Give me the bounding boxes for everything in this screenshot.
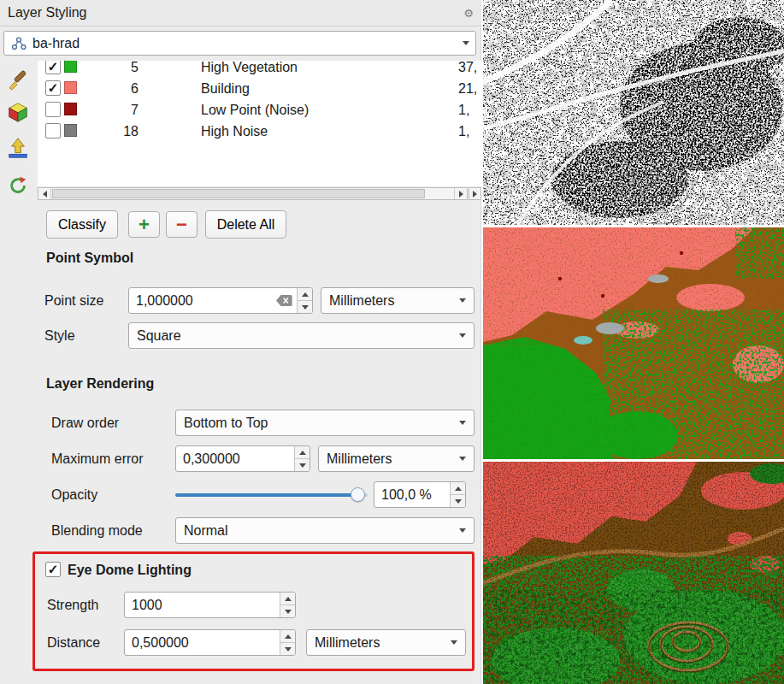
history-arrows-icon (7, 174, 29, 197)
point-size-unit-value: Millimeters (329, 293, 394, 309)
slider-handle[interactable] (351, 487, 365, 502)
layer-selector-value: ba-hrad (32, 36, 80, 51)
preview-pointcloud-classified (483, 227, 784, 459)
spin-up-button[interactable] (295, 446, 309, 458)
tab-symbology[interactable] (3, 65, 32, 94)
layer-rendering-header: Layer Rendering (46, 376, 154, 392)
spin-up-button[interactable] (280, 593, 295, 604)
tab-3d-view[interactable] (3, 97, 32, 127)
panel-options-gear-icon[interactable]: ⚙ (463, 7, 474, 20)
edl-distance-unit-dropdown[interactable]: Millimeters (306, 629, 466, 656)
preview-pointcloud-sketch (483, 0, 784, 225)
spinner (450, 482, 465, 507)
draw-order-dropdown[interactable]: Bottom to Top (175, 410, 475, 436)
edl-distance-input[interactable]: 0,500000 (124, 629, 296, 656)
class-count: 37, (458, 61, 481, 78)
maximum-error-label: Maximum error (51, 445, 144, 472)
edl-strength-value: 1000 (125, 598, 280, 613)
point-size-label: Point size (44, 287, 103, 314)
elevation-arrow-icon (7, 137, 29, 159)
class-label: Low Point (Noise) (201, 99, 309, 121)
scroll-left-icon[interactable] (38, 188, 51, 199)
opacity-value: 100,0 % (374, 487, 450, 503)
render-previews (483, 0, 784, 684)
point-size-unit-dropdown[interactable]: Millimeters (321, 287, 475, 314)
spin-up-button[interactable] (451, 482, 465, 494)
scroll-right-icon[interactable] (454, 188, 467, 199)
spin-down-button[interactable] (451, 494, 465, 507)
tab-elevation[interactable] (3, 133, 32, 162)
spin-down-button[interactable] (298, 300, 312, 313)
maximum-error-unit-dropdown[interactable]: Millimeters (318, 445, 475, 472)
class-color-swatch[interactable] (64, 103, 77, 115)
classification-table[interactable]: ✓ 5 High Vegetation 37, ✓ 6 Building 21, (38, 61, 481, 186)
edl-strength-label: Strength (47, 592, 98, 618)
class-count: 1, (458, 121, 481, 142)
maximum-error-unit-value: Millimeters (327, 451, 392, 467)
spin-down-button[interactable] (295, 458, 309, 471)
maximum-error-input[interactable]: 0,300000 (175, 445, 310, 472)
class-checkbox[interactable] (45, 102, 61, 117)
panel-title: Layer Styling (8, 5, 87, 21)
spin-up-button[interactable] (280, 630, 295, 642)
preview-pointcloud-edl (483, 462, 784, 684)
edl-distance-unit-value: Millimeters (315, 635, 380, 651)
clear-field-icon[interactable] (276, 295, 292, 306)
table-horizontal-scrollbar[interactable] (38, 187, 468, 200)
table-row[interactable]: ✓ 6 Building 21, (38, 78, 481, 99)
point-size-value: 1,000000 (129, 293, 276, 309)
class-count: 21, (458, 78, 481, 99)
blending-mode-dropdown[interactable]: Normal (175, 517, 475, 544)
paintbrush-icon (7, 68, 29, 91)
table-row[interactable]: 7 Low Point (Noise) 1, (38, 99, 481, 121)
class-checkbox[interactable]: ✓ (45, 80, 61, 96)
add-class-button[interactable]: + (128, 211, 160, 238)
point-symbol-header: Point Symbol (46, 251, 133, 266)
class-color-swatch[interactable] (64, 61, 77, 73)
opacity-slider[interactable] (175, 481, 368, 508)
remove-class-button[interactable]: − (166, 211, 197, 238)
edl-strength-input[interactable]: 1000 (124, 592, 296, 618)
panel-titlebar: Layer Styling ⚙ (0, 0, 481, 27)
draw-order-label: Draw order (51, 410, 119, 436)
class-color-swatch[interactable] (64, 124, 77, 137)
class-id: 5 (113, 61, 139, 78)
class-count: 1, (458, 99, 481, 121)
draw-order-value: Bottom to Top (184, 416, 268, 431)
blending-mode-label: Blending mode (51, 517, 143, 544)
style-value: Square (137, 328, 181, 344)
style-dropdown[interactable]: Square (128, 322, 475, 349)
chevron-down-icon (451, 640, 457, 645)
chevron-down-icon (459, 333, 466, 338)
spinner (280, 630, 295, 655)
edl-distance-label: Distance (47, 629, 100, 656)
edl-checkbox[interactable]: ✓ (45, 562, 61, 577)
table-row[interactable]: ✓ 5 High Vegetation 37, (38, 61, 481, 78)
point-cloud-layer-icon (10, 36, 27, 51)
delete-all-button[interactable]: Delete All (205, 210, 286, 239)
chevron-down-icon (459, 457, 466, 461)
style-label: Style (44, 322, 75, 349)
class-checkbox[interactable]: ✓ (45, 61, 61, 74)
scrollbar-corner[interactable] (469, 187, 481, 200)
class-id: 6 (113, 78, 139, 99)
slider-fill (175, 493, 358, 497)
spin-down-button[interactable] (280, 604, 295, 617)
chevron-down-icon (459, 528, 466, 533)
class-color-swatch[interactable] (64, 81, 77, 94)
edl-distance-value: 0,500000 (125, 635, 280, 651)
class-id: 7 (113, 99, 139, 121)
spin-up-button[interactable] (298, 288, 312, 300)
spin-down-button[interactable] (280, 642, 295, 655)
blending-mode-value: Normal (184, 523, 228, 539)
scrollbar-thumb[interactable] (52, 189, 425, 198)
classify-button[interactable]: Classify (46, 210, 118, 239)
layer-selector[interactable]: ba-hrad (3, 31, 476, 56)
table-row[interactable]: 18 High Noise 1, (38, 121, 481, 142)
spinner (280, 593, 295, 617)
class-checkbox[interactable] (45, 123, 61, 139)
opacity-input[interactable]: 100,0 % (374, 481, 466, 508)
3d-cube-icon (7, 101, 29, 123)
point-size-input[interactable]: 1,000000 (128, 287, 313, 314)
tab-history[interactable] (3, 171, 32, 200)
